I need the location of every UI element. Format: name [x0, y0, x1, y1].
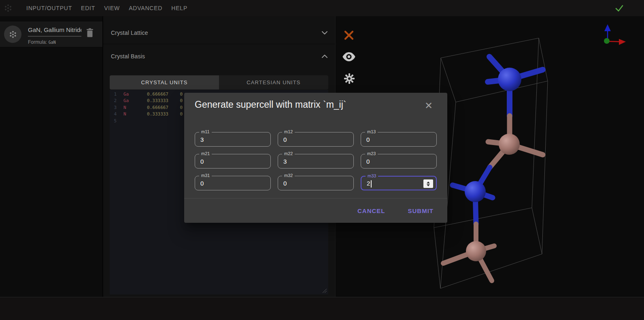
line-number: 4 — [110, 111, 117, 117]
field-label: m21 — [199, 151, 212, 156]
settings-gear-icon[interactable] — [344, 73, 355, 84]
coordinate: 0.333333 — [136, 111, 168, 117]
coordinate: 0 — [168, 98, 183, 104]
line-number: 3 — [110, 105, 117, 111]
line-number: 1 — [110, 91, 117, 98]
element-symbol: Ga — [123, 91, 136, 98]
deselect-close-icon[interactable] — [344, 30, 354, 41]
coordinate: 0.666667 — [136, 91, 168, 98]
coordinate — [136, 118, 168, 124]
tab-cartesian-units[interactable]: CARTESIAN UNITS — [219, 75, 328, 90]
menu-input-output[interactable]: INPUT/OUTPUT — [26, 5, 72, 11]
menu-help[interactable]: HELP — [171, 5, 187, 11]
matrix-input-m13[interactable] — [361, 132, 436, 146]
field-label: m11 — [199, 129, 212, 134]
coordinate: 0.333333 — [136, 98, 168, 104]
matrix-field-m13[interactable]: m13 — [361, 132, 437, 147]
element-symbol: Ga — [123, 98, 136, 104]
matrix-field-m22[interactable]: m22 — [278, 154, 354, 169]
generate-supercell-dialog: Generate supercell with matrix `m_ij` ✕ … — [184, 93, 447, 223]
units-tabbar: CRYSTAL UNITS CARTESIAN UNITS — [110, 75, 328, 90]
menu-view[interactable]: VIEW — [104, 5, 120, 11]
field-label: m13 — [365, 129, 378, 134]
menu-advanced[interactable]: ADVANCED — [129, 5, 162, 11]
molecule-dots-icon — [8, 30, 18, 39]
section-title: Crystal Basis — [111, 53, 145, 60]
section-title: Crystal Lattice — [111, 30, 148, 36]
line-number: 5 — [110, 118, 117, 124]
nitrogen-atom[interactable] — [498, 68, 521, 91]
materials-sidebar: GaN, Gallium Nitride, I Formula: GaN — [0, 16, 103, 297]
field-label: m31 — [199, 173, 212, 178]
coordinate: 0 — [168, 111, 183, 117]
dialog-close-icon[interactable]: ✕ — [425, 101, 433, 111]
atoms-and-bonds — [443, 57, 543, 281]
gallium-atom[interactable] — [466, 241, 486, 261]
line-number: 2 — [110, 98, 117, 104]
matrix-grid: m11 m12 m13 m21 m22 m23 — [195, 132, 437, 190]
coordinate: 0 — [168, 91, 183, 98]
chevron-down-icon — [322, 31, 327, 34]
element-symbol: N — [123, 105, 136, 111]
spinner-up-icon[interactable] — [427, 181, 430, 183]
material-drag-handle[interactable] — [4, 26, 21, 43]
matrix-field-m12[interactable]: m12 — [278, 132, 354, 147]
formula-label: Formula: — [28, 39, 47, 45]
section-crystal-lattice[interactable]: Crystal Lattice — [103, 21, 335, 44]
section-crystal-basis[interactable]: Crystal Basis — [103, 44, 335, 68]
matrix-field-m32[interactable]: m32 — [278, 176, 354, 190]
matrix-field-m11[interactable]: m11 — [195, 132, 271, 147]
bottom-strip — [0, 297, 644, 320]
formula-value: GaN — [49, 40, 56, 45]
menu-edit[interactable]: EDIT — [81, 5, 95, 11]
submit-button[interactable]: SUBMIT — [405, 205, 437, 217]
dialog-title: Generate supercell with matrix `m_ij` — [195, 99, 346, 110]
cancel-button[interactable]: CANCEL — [354, 205, 389, 217]
coordinate — [168, 118, 183, 124]
matrix-input-m22[interactable] — [278, 154, 353, 168]
gallium-atom[interactable] — [499, 134, 520, 155]
matrix-input-m21[interactable] — [195, 154, 270, 168]
matrix-input-m12[interactable] — [278, 132, 353, 146]
element-symbol: N — [123, 111, 136, 117]
dialog-footer: CANCEL SUBMIT — [184, 198, 447, 223]
menu-bar: INPUT/OUTPUT EDIT VIEW ADVANCED HELP — [0, 0, 644, 16]
field-label: m32 — [282, 173, 295, 178]
coordinate: 0 — [168, 105, 183, 111]
matrix-input-m31[interactable] — [195, 176, 270, 190]
material-formula: Formula: GaN — [28, 39, 56, 45]
field-label: m23 — [365, 151, 378, 156]
app-window: INPUT/OUTPUT EDIT VIEW ADVANCED HELP GaN — [0, 0, 644, 320]
coordinate: 0.666667 — [136, 105, 168, 111]
number-spinner[interactable] — [423, 179, 433, 188]
nitrogen-atom[interactable] — [465, 181, 486, 202]
chevron-up-icon — [322, 55, 327, 58]
spinner-down-icon[interactable] — [427, 184, 430, 186]
field-label: m22 — [282, 151, 295, 156]
matrix-field-m21[interactable]: m21 — [195, 154, 271, 169]
material-name-field[interactable]: GaN, Gallium Nitride, I — [28, 26, 81, 36]
field-label: m33 — [366, 173, 378, 178]
editor-resize-handle[interactable] — [322, 288, 327, 293]
element-symbol — [123, 118, 136, 124]
xyz-axes-widget — [601, 22, 629, 47]
app-logo-icon — [3, 3, 13, 13]
material-list-item[interactable]: GaN, Gallium Nitride, I Formula: GaN — [0, 21, 102, 47]
matrix-input-m32[interactable] — [278, 176, 353, 190]
tab-crystal-units[interactable]: CRYSTAL UNITS — [110, 75, 219, 90]
matrix-field-m31[interactable]: m31 — [195, 176, 271, 190]
visibility-eye-icon[interactable] — [342, 52, 356, 62]
field-label: m12 — [282, 129, 295, 134]
matrix-input-m23[interactable] — [361, 154, 436, 168]
text-cursor — [371, 180, 372, 188]
matrix-field-m23[interactable]: m23 — [361, 154, 437, 169]
matrix-field-m33[interactable]: m33 — [361, 176, 437, 190]
delete-material-icon[interactable] — [86, 28, 94, 38]
apply-check-icon[interactable] — [614, 3, 625, 13]
matrix-input-m11[interactable] — [195, 132, 270, 146]
menu-items: INPUT/OUTPUT EDIT VIEW ADVANCED HELP — [26, 5, 187, 11]
